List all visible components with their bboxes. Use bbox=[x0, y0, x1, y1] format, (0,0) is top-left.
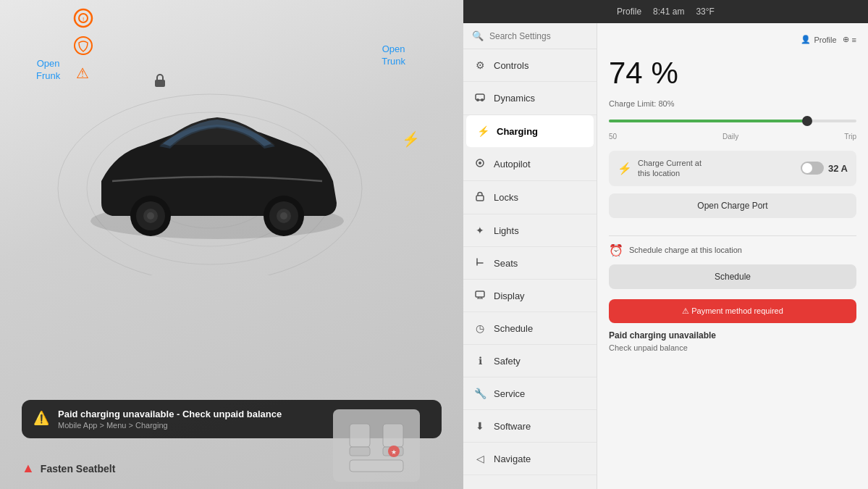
profile-item[interactable]: 👤 Profile bbox=[801, 35, 836, 44]
menu-item-controls[interactable]: ⚙ Controls bbox=[463, 49, 597, 82]
notification-warning-icon: ⚠️ bbox=[33, 410, 49, 426]
svg-rect-9 bbox=[155, 80, 165, 87]
menu-item-service[interactable]: 🔧 Service bbox=[463, 377, 597, 410]
seat-diagram: ★ bbox=[333, 409, 420, 482]
charging-icon: ⚡ bbox=[476, 125, 489, 137]
paid-unavailable-text: Paid charging unavailable bbox=[609, 330, 856, 340]
schedule-button[interactable]: Schedule bbox=[609, 264, 856, 289]
menu-item-software[interactable]: ⬇ Software bbox=[463, 410, 597, 443]
profile-row: 👤 Profile ⊕ ≡ bbox=[609, 35, 856, 44]
charge-current-controls: 32 A bbox=[801, 162, 848, 175]
charge-slider[interactable] bbox=[609, 112, 856, 130]
navigate-icon: ◁ bbox=[473, 453, 486, 464]
open-frunk-label[interactable]: Open Frunk bbox=[36, 58, 60, 83]
schedule-icon: ◷ bbox=[473, 322, 486, 334]
svg-point-30 bbox=[479, 162, 481, 164]
toggle-knob bbox=[802, 163, 812, 173]
menu-item-lights[interactable]: ✦ Lights bbox=[463, 214, 597, 247]
charge-limit-label: Charge Limit: 80% bbox=[609, 99, 856, 108]
profile-person-icon: 👤 bbox=[801, 35, 811, 44]
svg-text:★: ★ bbox=[391, 448, 397, 456]
seatbelt-warn-icon: ▲ bbox=[22, 461, 35, 476]
open-charge-port-button[interactable]: Open Charge Port bbox=[609, 193, 856, 218]
payment-error-icon: ⚠ bbox=[682, 306, 691, 315]
temperature: 33°F bbox=[696, 7, 714, 17]
current-time: 8:41 am bbox=[653, 7, 684, 17]
search-bar: 🔍 bbox=[463, 23, 597, 49]
profile-icon-3: ≡ bbox=[852, 35, 856, 44]
locks-icon bbox=[473, 191, 486, 204]
lights-icon: ✦ bbox=[473, 225, 486, 236]
car-image bbox=[72, 87, 362, 256]
menu-item-locks[interactable]: Locks bbox=[463, 181, 597, 214]
right-panel: 👤 Profile ⊕ ≡ 74 % Charge Limit: 80% 50 … bbox=[597, 23, 868, 489]
charge-percentage: 74 % bbox=[609, 56, 856, 91]
warning-icon-tire: ! bbox=[72, 7, 94, 29]
menu-item-seats[interactable]: Seats bbox=[463, 247, 597, 280]
menu-item-display[interactable]: Display bbox=[463, 280, 597, 312]
slider-track bbox=[609, 120, 856, 122]
slider-thumb[interactable] bbox=[802, 116, 812, 126]
slider-fill bbox=[609, 120, 807, 122]
menu-item-autopilot[interactable]: Autopilot bbox=[463, 148, 597, 181]
menu-item-charging[interactable]: ⚡ Charging bbox=[466, 115, 594, 148]
seatbelt-warning: ▲ Fasten Seatbelt bbox=[22, 461, 115, 476]
seats-icon bbox=[473, 257, 486, 269]
profile-extra-icons: ⊕ ≡ bbox=[843, 35, 856, 44]
car-bolt-icon: ⚡ bbox=[402, 130, 420, 148]
top-bar: Profile 8:41 am 33°F bbox=[463, 0, 868, 23]
menu-item-safety[interactable]: ℹ Safety bbox=[463, 345, 597, 377]
svg-point-27 bbox=[476, 99, 479, 101]
svg-rect-20 bbox=[350, 447, 370, 456]
menu-item-schedule[interactable]: ◷ Schedule bbox=[463, 312, 597, 345]
search-input[interactable] bbox=[489, 31, 588, 41]
slider-labels: 50 Daily Trip bbox=[609, 133, 856, 141]
divider-1 bbox=[609, 235, 856, 236]
software-icon: ⬇ bbox=[473, 420, 486, 432]
menu-item-dynamics[interactable]: Dynamics bbox=[463, 82, 597, 115]
charge-current-row: ⚡ Charge Current at this location 32 A bbox=[609, 151, 856, 186]
service-icon: 🔧 bbox=[473, 388, 486, 399]
top-bar-center: Profile 8:41 am 33°F bbox=[617, 7, 715, 17]
middle-panel: 🔍 ⚙ Controls Dynamics ⚡ Charging Autopil… bbox=[463, 23, 597, 489]
svg-rect-21 bbox=[383, 424, 403, 447]
current-value: 32 A bbox=[828, 163, 848, 174]
svg-rect-31 bbox=[476, 196, 484, 201]
dynamics-icon bbox=[473, 92, 486, 104]
schedule-row: ⏰ Schedule charge at this location bbox=[609, 243, 856, 257]
warning-icon-2 bbox=[72, 35, 94, 57]
svg-point-28 bbox=[481, 99, 484, 101]
menu-item-navigate[interactable]: ◁ Navigate bbox=[463, 443, 597, 475]
svg-rect-19 bbox=[350, 424, 370, 447]
svg-point-17 bbox=[147, 212, 154, 220]
display-icon bbox=[473, 290, 486, 301]
check-balance-text: Check unpaid balance bbox=[609, 343, 856, 352]
profile-label: Profile bbox=[617, 7, 641, 17]
search-icon: 🔍 bbox=[472, 30, 484, 41]
svg-text:!: ! bbox=[83, 16, 84, 22]
charge-current-toggle[interactable] bbox=[801, 162, 824, 175]
profile-icon-2: ⊕ bbox=[843, 35, 849, 44]
payment-error-button[interactable]: ⚠ Payment method required bbox=[609, 299, 856, 323]
safety-icon: ℹ bbox=[473, 355, 486, 367]
left-panel: ! ⚠ Open Frunk Open Trunk bbox=[0, 0, 463, 489]
controls-icon: ⚙ bbox=[473, 59, 486, 71]
svg-point-18 bbox=[280, 212, 287, 220]
charge-current-icon: ⚡ bbox=[618, 162, 632, 175]
schedule-alarm-icon: ⏰ bbox=[609, 243, 623, 257]
svg-rect-23 bbox=[350, 460, 403, 472]
open-trunk-label[interactable]: Open Trunk bbox=[382, 43, 405, 68]
notification-text: Paid charging unavailable - Check unpaid… bbox=[58, 409, 282, 430]
autopilot-icon bbox=[473, 158, 486, 170]
svg-rect-32 bbox=[476, 291, 484, 297]
